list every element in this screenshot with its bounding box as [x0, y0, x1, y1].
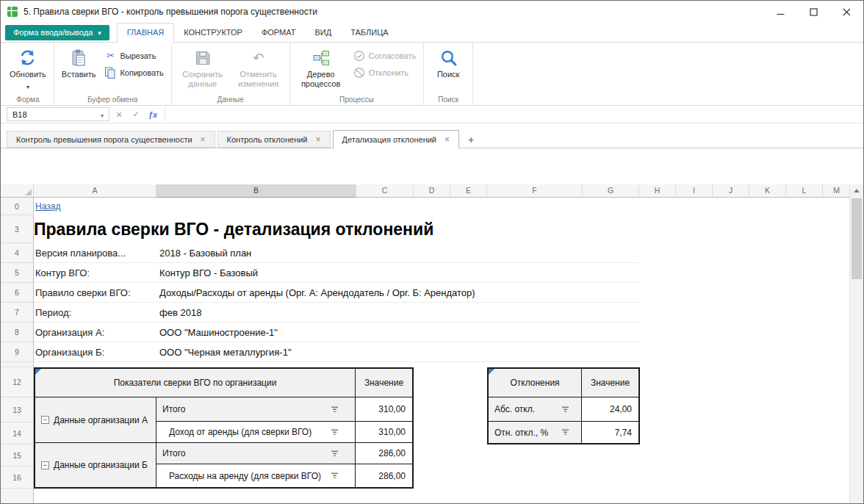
approve-icon — [353, 50, 365, 62]
collapse-icon[interactable] — [41, 461, 49, 469]
formula-input[interactable] — [165, 107, 863, 121]
maximize-button[interactable] — [797, 1, 830, 23]
column-header-i[interactable]: I — [676, 184, 713, 198]
filter-icon[interactable] — [331, 406, 339, 413]
filter-icon[interactable] — [561, 406, 569, 413]
column-header-m[interactable]: M — [823, 184, 851, 198]
sheet-tab-label: Контроль отклонений — [227, 135, 308, 144]
column-header-g[interactable]: G — [583, 184, 639, 198]
row-header[interactable]: 8 — [1, 323, 34, 342]
search-button[interactable]: Поиск — [427, 45, 469, 81]
function-wizard-icon[interactable] — [145, 107, 160, 121]
column-header-f[interactable]: F — [487, 184, 583, 198]
app-window: 5. Правила сверки ВГО - контроль превыше… — [0, 0, 864, 504]
minimize-button[interactable] — [764, 1, 797, 23]
decline-label: Отклонить — [369, 68, 408, 77]
undo-changes-button[interactable]: Отменить изменения — [231, 45, 287, 90]
scroll-up-button[interactable] — [850, 184, 863, 197]
decline-button[interactable]: Отклонить — [349, 65, 420, 80]
group-b-total-value-cell[interactable]: 286,00 — [356, 443, 412, 464]
tab-close-icon[interactable] — [444, 135, 450, 144]
group-a-detail-value-cell[interactable]: 310,00 — [356, 422, 412, 443]
deviations-header-cell[interactable]: Отклонения — [489, 369, 582, 397]
group-a-cell[interactable]: Данные организации А — [35, 397, 156, 443]
rel-deviation-cell[interactable]: Отн. откл., % — [489, 422, 582, 443]
row-header[interactable]: 14 — [1, 422, 34, 444]
filter-icon[interactable] — [331, 450, 339, 457]
row-header[interactable]: 15 — [1, 444, 34, 467]
value-header-cell[interactable]: Значение — [582, 369, 638, 397]
cell-name-box[interactable]: B18 — [7, 107, 109, 121]
select-all-corner[interactable] — [1, 184, 34, 198]
row-header[interactable]: 12 — [1, 367, 34, 397]
sheet-tab-deviations[interactable]: Контроль отклонений — [217, 131, 331, 148]
tab-view[interactable]: ВИД — [305, 23, 341, 42]
process-tree-button[interactable]: Дерево процессов — [293, 45, 349, 90]
back-link[interactable]: Назад — [35, 201, 60, 212]
group-b-total-cell[interactable]: Итого — [156, 443, 356, 464]
sheet-tab-control[interactable]: Контроль превышения порога существенност… — [7, 131, 215, 148]
column-header-d[interactable]: D — [414, 184, 450, 198]
row-header[interactable]: 9 — [1, 342, 34, 362]
row-header[interactable]: 13 — [1, 397, 34, 422]
column-header-l[interactable]: L — [786, 184, 823, 198]
row-header[interactable]: 4 — [1, 243, 34, 263]
refresh-button[interactable]: Обновить — [5, 45, 51, 92]
ribbon-group-label: Форма — [2, 96, 54, 104]
value-header-cell[interactable]: Значение — [356, 369, 412, 397]
cancel-icon[interactable] — [112, 107, 126, 121]
tab-format[interactable]: ФОРМАТ — [252, 23, 306, 42]
column-header-e[interactable]: E — [450, 184, 487, 198]
tab-close-icon[interactable] — [316, 135, 321, 144]
row-header[interactable]: 6 — [1, 283, 34, 303]
filter-icon[interactable] — [331, 429, 339, 436]
filter-icon[interactable] — [561, 429, 569, 436]
row-header[interactable]: 7 — [1, 303, 34, 323]
group-a-total-cell[interactable]: Итого — [156, 397, 356, 422]
group-a-total-value-cell[interactable]: 310,00 — [356, 397, 412, 422]
row-header[interactable]: 5 — [1, 263, 34, 283]
column-header-b[interactable]: B — [156, 184, 356, 198]
collapse-icon[interactable] — [41, 416, 49, 424]
row-header[interactable]: 16 — [1, 467, 34, 489]
tab-main[interactable]: ГЛАВНАЯ — [117, 23, 174, 43]
scrollbar-thumb[interactable] — [852, 198, 862, 279]
column-header-h[interactable]: H — [639, 184, 676, 198]
filter-icon[interactable] — [331, 472, 339, 479]
add-sheet-button[interactable] — [461, 131, 480, 148]
row-header-collapsed[interactable] — [1, 362, 34, 367]
row-header[interactable] — [1, 489, 34, 503]
save-data-button[interactable]: Сохранить данные — [175, 45, 231, 90]
group-b-detail-value-cell[interactable]: 286,00 — [356, 464, 412, 487]
tab-close-icon[interactable] — [201, 135, 206, 144]
group-b-detail-cell[interactable]: Расходы на аренду (для сверки ВГО) — [156, 464, 356, 487]
indicators-table-header-cell[interactable]: Показатели сверки ВГО по организации — [35, 369, 356, 397]
close-button[interactable] — [830, 1, 863, 23]
paste-button[interactable]: Вставить — [57, 45, 101, 81]
column-header-a[interactable]: A — [34, 184, 156, 198]
group-a-detail-cell[interactable]: Доход от аренды (для сверки ВГО) — [156, 422, 356, 443]
sheet-tab-deviation-details[interactable]: Детализация отклонений — [333, 130, 460, 148]
sheet-canvas: A B C D E F G H I J K L M 0 3 4 5 — [1, 148, 863, 503]
row-header[interactable]: 0 — [1, 198, 34, 215]
rel-deviation-value-cell[interactable]: 7,74 — [582, 422, 638, 443]
vertical-scrollbar[interactable] — [849, 184, 863, 503]
approve-label: Согласовать — [369, 51, 416, 60]
abs-deviation-value-cell[interactable]: 24,00 — [582, 397, 638, 422]
column-header-j[interactable]: J — [713, 184, 749, 198]
tab-table[interactable]: ТАБЛИЦА — [341, 23, 398, 42]
group-b-cell[interactable]: Данные организации Б — [35, 443, 156, 487]
approve-button[interactable]: Согласовать — [349, 48, 420, 63]
copy-label: Копировать — [120, 68, 163, 77]
confirm-icon[interactable] — [129, 107, 143, 121]
column-header-c[interactable]: C — [356, 184, 414, 198]
sheet-tab-bar: Контроль превышения порога существенност… — [1, 129, 863, 148]
column-header-k[interactable]: K — [749, 184, 786, 198]
chevron-down-icon[interactable] — [101, 110, 104, 119]
abs-deviation-cell[interactable]: Абс. откл. — [489, 397, 582, 422]
copy-button[interactable]: Копировать — [100, 65, 168, 80]
row-header[interactable]: 3 — [1, 215, 34, 243]
file-menu-button[interactable]: Форма ввода/вывода — [5, 25, 109, 40]
cut-button[interactable]: Вырезать — [100, 48, 168, 63]
tab-constructor[interactable]: КОНСТРУКТОР — [174, 23, 252, 42]
